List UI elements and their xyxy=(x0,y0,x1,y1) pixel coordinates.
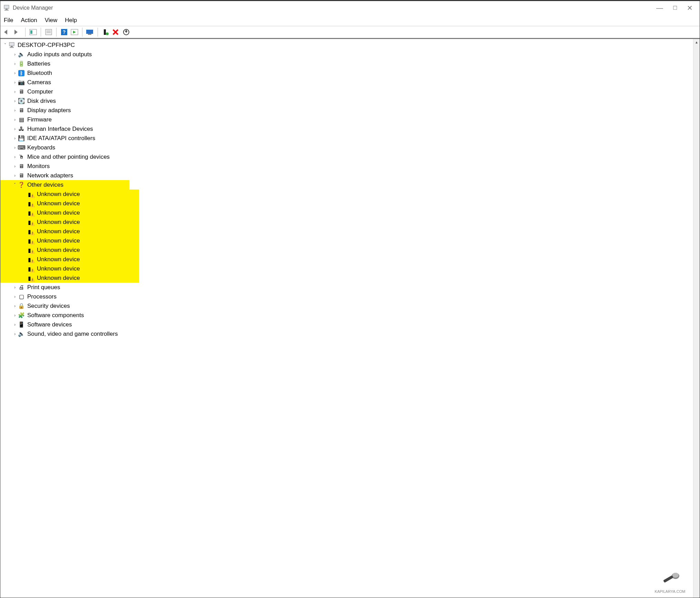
back-button[interactable] xyxy=(2,28,12,37)
menu-view[interactable]: View xyxy=(45,17,58,24)
tree-chevron[interactable]: › xyxy=(12,313,18,318)
tree-category[interactable]: Print queues xyxy=(27,284,60,291)
tree-chevron[interactable]: ˅ xyxy=(12,183,18,187)
tree-root[interactable]: DESKTOP-CPFH3PC xyxy=(18,42,75,49)
tree-category[interactable]: Other devices xyxy=(27,182,63,188)
tree-chevron[interactable]: › xyxy=(12,61,18,66)
tree-item-unknown-device[interactable]: Unknown device xyxy=(37,200,80,207)
category-icon: 🖥 xyxy=(18,172,25,179)
update-driver-button[interactable] xyxy=(121,28,131,37)
tree-item-unknown-device[interactable]: Unknown device xyxy=(37,256,80,263)
tree-item-unknown-device[interactable]: Unknown device xyxy=(37,219,80,226)
forward-button[interactable] xyxy=(13,28,22,37)
tree-chevron[interactable]: › xyxy=(12,136,18,141)
tree-category[interactable]: Cameras xyxy=(27,79,51,86)
tree-chevron[interactable]: › xyxy=(12,71,18,76)
category-icon: ⌨ xyxy=(18,144,25,151)
minimize-button[interactable]: — xyxy=(656,4,663,12)
tree-item-unknown-device[interactable]: Unknown device xyxy=(37,275,80,282)
svg-rect-14 xyxy=(104,29,106,35)
category-icon: 🖥 xyxy=(18,88,25,96)
tree-item-unknown-device[interactable]: Unknown device xyxy=(37,191,80,198)
tree-chevron[interactable]: › xyxy=(12,80,18,85)
svg-point-15 xyxy=(106,32,109,35)
svg-rect-4 xyxy=(30,30,32,34)
tree-chevron[interactable]: › xyxy=(12,155,18,159)
svg-rect-1 xyxy=(6,9,8,10)
tree-category[interactable]: Display adapters xyxy=(27,107,71,114)
tree-category[interactable]: Bluetooth xyxy=(27,70,52,77)
show-hidden-button[interactable] xyxy=(70,28,79,37)
tree-item-unknown-device[interactable]: Unknown device xyxy=(37,237,80,244)
close-button[interactable]: ✕ xyxy=(687,4,693,12)
add-legacy-button[interactable] xyxy=(101,28,110,37)
unknown-device-icon: ▮ ⚠️ xyxy=(27,265,35,273)
tree-chevron-root[interactable]: ˅ xyxy=(2,43,8,48)
tree-category[interactable]: Software devices xyxy=(27,321,72,328)
tree-category[interactable]: IDE ATA/ATAPI controllers xyxy=(27,135,95,142)
tree-chevron[interactable]: › xyxy=(12,164,18,169)
category-icon: 🔈 xyxy=(18,330,25,338)
unknown-device-icon: ▮ ⚠️ xyxy=(27,228,35,235)
tree-chevron[interactable]: › xyxy=(12,173,18,178)
tree-category[interactable]: Security devices xyxy=(27,303,70,310)
category-icon: 🖥 xyxy=(18,163,25,170)
category-icon: 💽 xyxy=(18,97,25,105)
scrollbar[interactable]: ▴ xyxy=(693,39,700,598)
menu-action[interactable]: Action xyxy=(21,17,37,24)
tree-chevron[interactable]: › xyxy=(12,127,18,131)
tree-item-unknown-device[interactable]: Unknown device xyxy=(37,228,80,235)
tree-category[interactable]: Keyboards xyxy=(27,144,55,151)
properties-button[interactable] xyxy=(44,28,53,37)
tree-chevron[interactable]: › xyxy=(12,52,18,57)
tree-item-unknown-device[interactable]: Unknown device xyxy=(37,247,80,254)
tree-category[interactable]: Mice and other pointing devices xyxy=(27,154,110,160)
tree-category[interactable]: Human Interface Devices xyxy=(27,126,93,133)
tree-category[interactable]: Computer xyxy=(27,88,53,95)
tree-category[interactable]: Network adapters xyxy=(27,172,73,179)
tree-chevron[interactable]: › xyxy=(12,294,18,299)
tree-chevron[interactable]: › xyxy=(12,304,18,308)
tree-chevron[interactable]: › xyxy=(12,322,18,327)
category-icon: 🔈 xyxy=(18,51,25,58)
tree-category[interactable]: Disk drives xyxy=(27,98,56,105)
show-hide-tree-button[interactable] xyxy=(28,28,38,37)
tree-chevron[interactable]: › xyxy=(12,108,18,113)
tree-chevron[interactable]: › xyxy=(12,117,18,122)
menu-file[interactable]: File xyxy=(4,17,13,24)
category-icon: 📱 xyxy=(18,321,25,329)
category-icon: 🔋 xyxy=(18,60,25,68)
tree-chevron[interactable]: › xyxy=(12,89,18,94)
svg-rect-5 xyxy=(46,29,52,35)
category-icon: 💾 xyxy=(18,135,25,142)
tree-category[interactable]: Batteries xyxy=(27,60,50,67)
tree-category[interactable]: Audio inputs and outputs xyxy=(27,51,92,58)
svg-marker-11 xyxy=(73,31,76,33)
help-button[interactable]: ? xyxy=(59,28,69,37)
svg-rect-12 xyxy=(86,30,93,34)
tree-chevron[interactable]: › xyxy=(12,99,18,104)
category-icon: 🖧 xyxy=(18,125,25,133)
tree-chevron[interactable]: › xyxy=(12,332,18,336)
tree-item-unknown-device[interactable]: Unknown device xyxy=(37,209,80,216)
category-icon: ▢ xyxy=(18,293,25,301)
scan-hardware-button[interactable] xyxy=(85,28,95,37)
svg-text:?: ? xyxy=(63,29,66,35)
tree-category[interactable]: Firmware xyxy=(27,116,52,123)
category-icon: 🖥 xyxy=(18,107,25,114)
tree-category[interactable]: Sound, video and game controllers xyxy=(27,331,118,337)
computer-icon xyxy=(8,41,16,49)
tree-chevron[interactable]: › xyxy=(12,145,18,150)
window-title: Device Manager xyxy=(13,5,53,11)
tree-chevron[interactable]: › xyxy=(12,285,18,290)
tree-category[interactable]: Monitors xyxy=(27,163,50,170)
tree-category[interactable]: Processors xyxy=(27,293,57,300)
menu-help[interactable]: Help xyxy=(65,17,77,24)
maximize-button[interactable]: ☐ xyxy=(673,5,677,11)
tree-category[interactable]: Software components xyxy=(27,312,84,319)
tree-item-unknown-device[interactable]: Unknown device xyxy=(37,265,80,272)
category-icon: 🖱 xyxy=(18,153,25,161)
unknown-device-icon: ▮ ⚠️ xyxy=(27,246,35,254)
scroll-up-button[interactable]: ▴ xyxy=(693,39,700,45)
remove-device-button[interactable] xyxy=(111,28,121,37)
